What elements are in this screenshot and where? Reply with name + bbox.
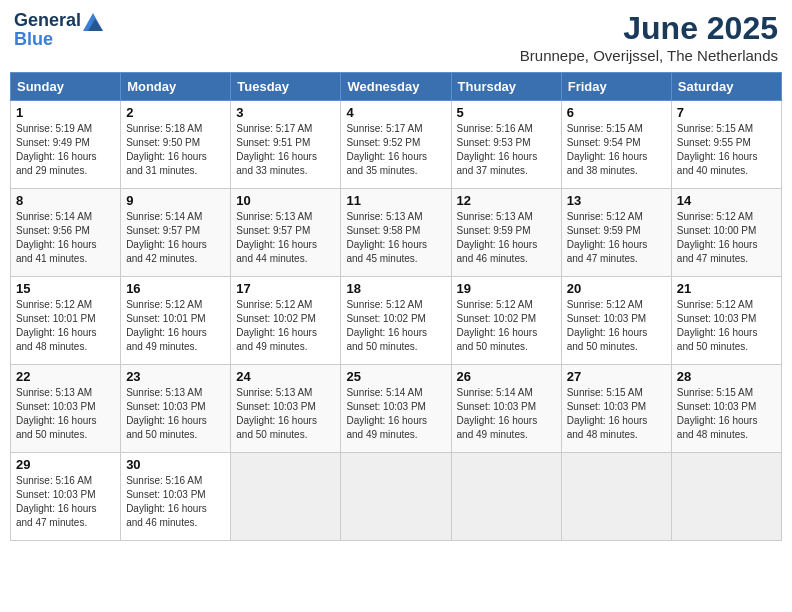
day-number: 9	[126, 193, 225, 208]
calendar-cell: 7Sunrise: 5:15 AM Sunset: 9:55 PM Daylig…	[671, 101, 781, 189]
day-number: 29	[16, 457, 115, 472]
day-info: Sunrise: 5:15 AM Sunset: 10:03 PM Daylig…	[567, 386, 666, 442]
day-number: 5	[457, 105, 556, 120]
day-info: Sunrise: 5:13 AM Sunset: 10:03 PM Daylig…	[126, 386, 225, 442]
day-number: 22	[16, 369, 115, 384]
calendar-cell: 6Sunrise: 5:15 AM Sunset: 9:54 PM Daylig…	[561, 101, 671, 189]
calendar-cell: 13Sunrise: 5:12 AM Sunset: 9:59 PM Dayli…	[561, 189, 671, 277]
day-info: Sunrise: 5:12 AM Sunset: 10:02 PM Daylig…	[236, 298, 335, 354]
day-info: Sunrise: 5:15 AM Sunset: 9:54 PM Dayligh…	[567, 122, 666, 178]
title-block: June 2025 Brunnepe, Overijssel, The Neth…	[520, 10, 778, 64]
column-header-tuesday: Tuesday	[231, 73, 341, 101]
day-info: Sunrise: 5:14 AM Sunset: 9:56 PM Dayligh…	[16, 210, 115, 266]
calendar-cell: 22Sunrise: 5:13 AM Sunset: 10:03 PM Dayl…	[11, 365, 121, 453]
day-info: Sunrise: 5:13 AM Sunset: 10:03 PM Daylig…	[16, 386, 115, 442]
column-header-saturday: Saturday	[671, 73, 781, 101]
calendar-cell: 21Sunrise: 5:12 AM Sunset: 10:03 PM Dayl…	[671, 277, 781, 365]
calendar-cell	[231, 453, 341, 541]
day-info: Sunrise: 5:14 AM Sunset: 10:03 PM Daylig…	[346, 386, 445, 442]
calendar-cell: 30Sunrise: 5:16 AM Sunset: 10:03 PM Dayl…	[121, 453, 231, 541]
day-info: Sunrise: 5:14 AM Sunset: 10:03 PM Daylig…	[457, 386, 556, 442]
calendar-cell: 11Sunrise: 5:13 AM Sunset: 9:58 PM Dayli…	[341, 189, 451, 277]
day-info: Sunrise: 5:12 AM Sunset: 10:03 PM Daylig…	[677, 298, 776, 354]
day-info: Sunrise: 5:12 AM Sunset: 10:01 PM Daylig…	[16, 298, 115, 354]
calendar-cell: 5Sunrise: 5:16 AM Sunset: 9:53 PM Daylig…	[451, 101, 561, 189]
day-number: 3	[236, 105, 335, 120]
calendar-cell: 14Sunrise: 5:12 AM Sunset: 10:00 PM Dayl…	[671, 189, 781, 277]
day-number: 11	[346, 193, 445, 208]
day-number: 2	[126, 105, 225, 120]
column-header-thursday: Thursday	[451, 73, 561, 101]
logo-blue: Blue	[14, 29, 53, 50]
day-number: 30	[126, 457, 225, 472]
day-info: Sunrise: 5:17 AM Sunset: 9:51 PM Dayligh…	[236, 122, 335, 178]
logo-general: General	[14, 10, 81, 31]
calendar-cell: 19Sunrise: 5:12 AM Sunset: 10:02 PM Dayl…	[451, 277, 561, 365]
day-number: 18	[346, 281, 445, 296]
day-info: Sunrise: 5:12 AM Sunset: 10:02 PM Daylig…	[457, 298, 556, 354]
month-year: June 2025	[520, 10, 778, 47]
day-info: Sunrise: 5:12 AM Sunset: 10:00 PM Daylig…	[677, 210, 776, 266]
day-number: 23	[126, 369, 225, 384]
calendar-cell	[561, 453, 671, 541]
calendar-cell: 2Sunrise: 5:18 AM Sunset: 9:50 PM Daylig…	[121, 101, 231, 189]
page-header: General Blue June 2025 Brunnepe, Overijs…	[10, 10, 782, 64]
day-number: 4	[346, 105, 445, 120]
day-info: Sunrise: 5:12 AM Sunset: 10:01 PM Daylig…	[126, 298, 225, 354]
day-number: 25	[346, 369, 445, 384]
calendar-cell: 9Sunrise: 5:14 AM Sunset: 9:57 PM Daylig…	[121, 189, 231, 277]
column-header-monday: Monday	[121, 73, 231, 101]
calendar-cell: 27Sunrise: 5:15 AM Sunset: 10:03 PM Dayl…	[561, 365, 671, 453]
column-header-sunday: Sunday	[11, 73, 121, 101]
day-info: Sunrise: 5:18 AM Sunset: 9:50 PM Dayligh…	[126, 122, 225, 178]
logo: General Blue	[14, 10, 103, 50]
calendar-cell: 15Sunrise: 5:12 AM Sunset: 10:01 PM Dayl…	[11, 277, 121, 365]
calendar-cell: 26Sunrise: 5:14 AM Sunset: 10:03 PM Dayl…	[451, 365, 561, 453]
calendar-cell: 16Sunrise: 5:12 AM Sunset: 10:01 PM Dayl…	[121, 277, 231, 365]
day-number: 16	[126, 281, 225, 296]
day-info: Sunrise: 5:16 AM Sunset: 10:03 PM Daylig…	[126, 474, 225, 530]
day-number: 14	[677, 193, 776, 208]
day-number: 28	[677, 369, 776, 384]
day-info: Sunrise: 5:16 AM Sunset: 9:53 PM Dayligh…	[457, 122, 556, 178]
day-info: Sunrise: 5:13 AM Sunset: 9:59 PM Dayligh…	[457, 210, 556, 266]
location: Brunnepe, Overijssel, The Netherlands	[520, 47, 778, 64]
calendar-cell: 25Sunrise: 5:14 AM Sunset: 10:03 PM Dayl…	[341, 365, 451, 453]
calendar-cell: 3Sunrise: 5:17 AM Sunset: 9:51 PM Daylig…	[231, 101, 341, 189]
column-header-wednesday: Wednesday	[341, 73, 451, 101]
calendar-cell: 10Sunrise: 5:13 AM Sunset: 9:57 PM Dayli…	[231, 189, 341, 277]
calendar-cell: 20Sunrise: 5:12 AM Sunset: 10:03 PM Dayl…	[561, 277, 671, 365]
day-number: 7	[677, 105, 776, 120]
column-header-friday: Friday	[561, 73, 671, 101]
day-info: Sunrise: 5:12 AM Sunset: 10:03 PM Daylig…	[567, 298, 666, 354]
day-number: 8	[16, 193, 115, 208]
day-number: 27	[567, 369, 666, 384]
day-number: 15	[16, 281, 115, 296]
day-number: 24	[236, 369, 335, 384]
day-number: 10	[236, 193, 335, 208]
calendar-cell: 29Sunrise: 5:16 AM Sunset: 10:03 PM Dayl…	[11, 453, 121, 541]
day-info: Sunrise: 5:13 AM Sunset: 9:57 PM Dayligh…	[236, 210, 335, 266]
day-info: Sunrise: 5:17 AM Sunset: 9:52 PM Dayligh…	[346, 122, 445, 178]
calendar-cell: 12Sunrise: 5:13 AM Sunset: 9:59 PM Dayli…	[451, 189, 561, 277]
calendar-cell	[451, 453, 561, 541]
day-number: 17	[236, 281, 335, 296]
calendar-cell: 1Sunrise: 5:19 AM Sunset: 9:49 PM Daylig…	[11, 101, 121, 189]
day-number: 1	[16, 105, 115, 120]
calendar-cell: 8Sunrise: 5:14 AM Sunset: 9:56 PM Daylig…	[11, 189, 121, 277]
calendar: SundayMondayTuesdayWednesdayThursdayFrid…	[10, 72, 782, 541]
day-info: Sunrise: 5:16 AM Sunset: 10:03 PM Daylig…	[16, 474, 115, 530]
day-info: Sunrise: 5:14 AM Sunset: 9:57 PM Dayligh…	[126, 210, 225, 266]
calendar-cell	[341, 453, 451, 541]
calendar-cell: 24Sunrise: 5:13 AM Sunset: 10:03 PM Dayl…	[231, 365, 341, 453]
day-number: 26	[457, 369, 556, 384]
day-info: Sunrise: 5:13 AM Sunset: 10:03 PM Daylig…	[236, 386, 335, 442]
logo-icon	[83, 13, 103, 31]
calendar-cell: 17Sunrise: 5:12 AM Sunset: 10:02 PM Dayl…	[231, 277, 341, 365]
calendar-cell: 23Sunrise: 5:13 AM Sunset: 10:03 PM Dayl…	[121, 365, 231, 453]
day-number: 21	[677, 281, 776, 296]
calendar-cell: 18Sunrise: 5:12 AM Sunset: 10:02 PM Dayl…	[341, 277, 451, 365]
day-info: Sunrise: 5:15 AM Sunset: 9:55 PM Dayligh…	[677, 122, 776, 178]
day-info: Sunrise: 5:15 AM Sunset: 10:03 PM Daylig…	[677, 386, 776, 442]
calendar-cell: 4Sunrise: 5:17 AM Sunset: 9:52 PM Daylig…	[341, 101, 451, 189]
